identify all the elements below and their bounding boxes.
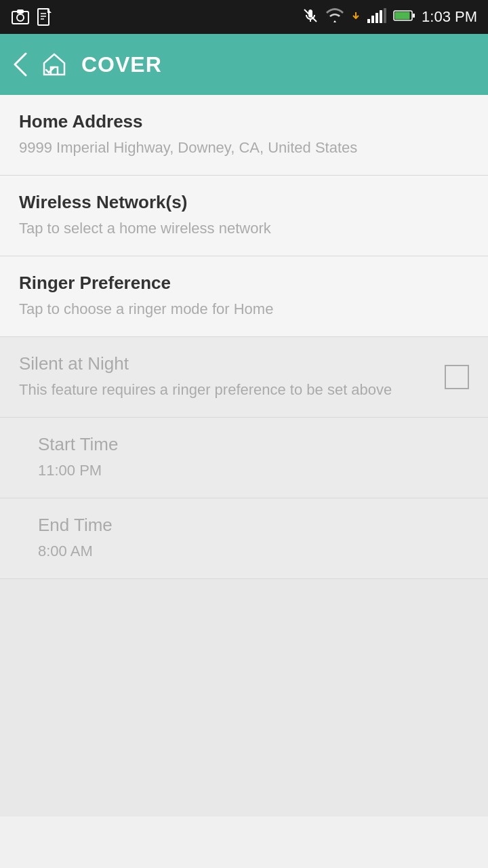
wifi-icon xyxy=(325,8,344,26)
back-button[interactable] xyxy=(14,52,27,77)
photo-icon xyxy=(11,7,30,26)
toolbar: COVER xyxy=(0,34,488,95)
start-time-label: Start Time xyxy=(38,434,469,455)
ringer-preference-label: Ringer Preference xyxy=(19,273,469,294)
status-time: 1:03 PM xyxy=(422,8,477,26)
file-icon xyxy=(35,7,54,26)
signal-icon xyxy=(367,8,386,26)
end-time-item[interactable]: End Time 8:00 AM xyxy=(0,498,488,579)
silent-at-night-label: Silent at Night xyxy=(19,353,431,374)
ringer-preference-item[interactable]: Ringer Preference Tap to choose a ringer… xyxy=(0,256,488,337)
download-icon xyxy=(351,11,361,23)
svg-rect-6 xyxy=(371,16,374,23)
empty-area xyxy=(0,579,488,816)
svg-rect-11 xyxy=(413,14,415,18)
svg-rect-8 xyxy=(380,10,382,23)
silent-at-night-text: Silent at Night This feature requires a … xyxy=(19,353,445,401)
start-time-item[interactable]: Start Time 11:00 PM xyxy=(0,418,488,498)
cover-icon xyxy=(41,51,68,78)
battery-icon xyxy=(393,9,415,24)
content: Home Address 9999 Imperial Highway, Down… xyxy=(0,95,488,868)
status-bar-left xyxy=(11,7,54,26)
status-bar-right: 1:03 PM xyxy=(302,7,477,26)
silent-at-night-value: This feature requires a ringer preferenc… xyxy=(19,378,431,401)
toolbar-title: COVER xyxy=(81,52,162,77)
wireless-networks-item[interactable]: Wireless Network(s) Tap to select a home… xyxy=(0,176,488,256)
silent-at-night-checkbox[interactable] xyxy=(445,365,469,389)
svg-rect-9 xyxy=(384,8,386,23)
home-address-item[interactable]: Home Address 9999 Imperial Highway, Down… xyxy=(0,95,488,176)
ringer-preference-value: Tap to choose a ringer mode for Home xyxy=(19,298,469,320)
svg-rect-12 xyxy=(395,12,410,20)
svg-rect-7 xyxy=(375,13,378,23)
svg-point-1 xyxy=(17,14,24,21)
end-time-value: 8:00 AM xyxy=(38,540,469,562)
status-bar: 1:03 PM xyxy=(0,0,488,34)
home-address-label: Home Address xyxy=(19,111,469,132)
silent-at-night-item[interactable]: Silent at Night This feature requires a … xyxy=(0,337,488,418)
end-time-label: End Time xyxy=(38,515,469,536)
svg-rect-5 xyxy=(367,19,370,23)
home-address-value: 9999 Imperial Highway, Downey, CA, Unite… xyxy=(19,136,469,159)
svg-rect-3 xyxy=(38,9,49,25)
wireless-networks-value: Tap to select a home wireless network xyxy=(19,217,469,239)
mute-icon xyxy=(302,7,319,26)
start-time-value: 11:00 PM xyxy=(38,459,469,481)
wireless-networks-label: Wireless Network(s) xyxy=(19,192,469,213)
